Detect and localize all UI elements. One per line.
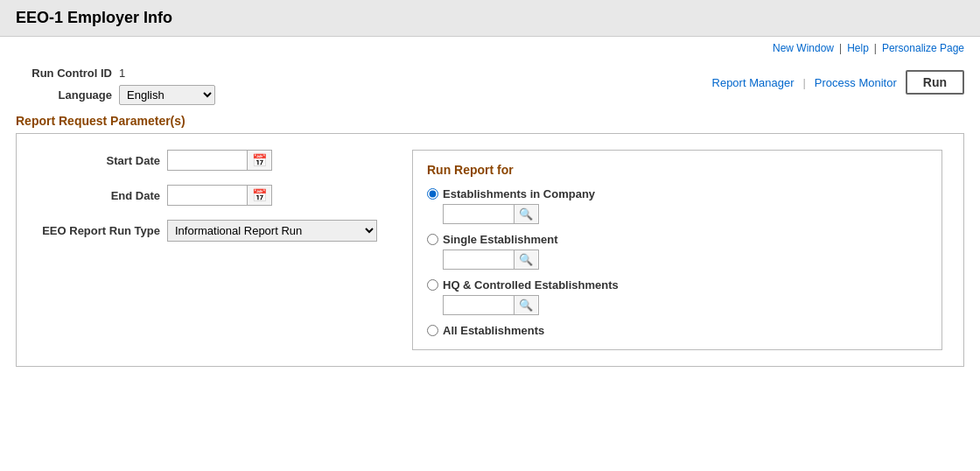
start-date-input-wrap: 📅 bbox=[167, 150, 272, 171]
run-report-for-title: Run Report for bbox=[427, 163, 928, 177]
page-title: EEO-1 Employer Info bbox=[16, 9, 964, 27]
language-label: Language bbox=[16, 88, 112, 102]
end-date-calendar-icon[interactable]: 📅 bbox=[247, 186, 271, 205]
radio-item-establishments-in-company: Establishments in Company 🔍 bbox=[427, 187, 928, 224]
run-control-left: Run Control ID 1 Language English French… bbox=[16, 67, 215, 105]
main-content: Run Control ID 1 Language English French… bbox=[0, 60, 980, 383]
end-date-label: End Date bbox=[38, 189, 160, 202]
search-input-hq-controlled[interactable] bbox=[444, 296, 514, 314]
new-window-link[interactable]: New Window bbox=[773, 42, 834, 54]
sep2: | bbox=[874, 42, 877, 54]
process-monitor-link[interactable]: Process Monitor bbox=[815, 76, 897, 89]
radio-label-establishments-in-company: Establishments in Company bbox=[443, 187, 595, 200]
radio-item-single-establishment: Single Establishment 🔍 bbox=[427, 233, 928, 270]
start-date-row: Start Date 📅 bbox=[38, 150, 377, 171]
end-date-row: End Date 📅 bbox=[38, 185, 377, 206]
radio-label-row-2: HQ & Controlled Establishments bbox=[427, 278, 928, 292]
run-button[interactable]: Run bbox=[906, 70, 964, 95]
run-control-row: Run Control ID 1 Language English French… bbox=[16, 60, 964, 109]
language-select[interactable]: English French Spanish German bbox=[119, 85, 215, 105]
params-box: Start Date 📅 End Date 📅 EEO Re bbox=[16, 133, 964, 367]
start-date-calendar-icon[interactable]: 📅 bbox=[247, 151, 271, 170]
radio-establishments-in-company[interactable] bbox=[427, 188, 438, 200]
run-report-for-section: Run Report for Establishments in Company… bbox=[412, 150, 942, 350]
radio-all-establishments[interactable] bbox=[427, 325, 438, 336]
language-row: Language English French Spanish German bbox=[16, 85, 215, 105]
section-title: Report Request Parameter(s) bbox=[16, 114, 964, 128]
radio-hq-controlled[interactable] bbox=[427, 279, 438, 291]
page-header: EEO-1 Employer Info bbox=[0, 0, 980, 37]
eeo-report-run-type-label: EEO Report Run Type bbox=[38, 224, 160, 237]
sep1: | bbox=[839, 42, 842, 54]
top-links: New Window | Help | Personalize Page bbox=[0, 37, 980, 60]
search-wrap-1: 🔍 bbox=[443, 250, 539, 270]
run-control-right: Report Manager | Process Monitor Run bbox=[712, 67, 964, 95]
start-date-input[interactable] bbox=[168, 151, 247, 170]
eeo-report-run-type-select[interactable]: Informational Report Run Type 2 Consolid… bbox=[167, 220, 377, 242]
search-icon-0[interactable]: 🔍 bbox=[514, 205, 537, 223]
search-input-establishments-in-company[interactable] bbox=[444, 205, 514, 223]
start-date-label: Start Date bbox=[38, 154, 160, 167]
search-wrap-0: 🔍 bbox=[443, 204, 539, 224]
radio-label-hq-controlled: HQ & Controlled Establishments bbox=[443, 278, 619, 292]
end-date-input-wrap: 📅 bbox=[167, 185, 272, 206]
radio-label-row-3: All Establishments bbox=[427, 324, 928, 337]
run-report-for-box: Run Report for Establishments in Company… bbox=[412, 150, 942, 350]
eeo-report-run-type-row: EEO Report Run Type Informational Report… bbox=[38, 220, 377, 242]
search-input-single-establishment[interactable] bbox=[444, 250, 514, 269]
personalize-page-link[interactable]: Personalize Page bbox=[882, 42, 964, 54]
radio-group: Establishments in Company 🔍 Singl bbox=[427, 187, 928, 337]
sep3: | bbox=[802, 76, 805, 89]
radio-label-row-0: Establishments in Company bbox=[427, 187, 928, 200]
radio-label-row-1: Single Establishment bbox=[427, 233, 928, 246]
radio-label-all-establishments: All Establishments bbox=[443, 324, 544, 337]
radio-single-establishment[interactable] bbox=[427, 234, 438, 245]
radio-item-all-establishments: All Establishments bbox=[427, 324, 928, 337]
run-control-id-label: Run Control ID bbox=[16, 67, 112, 80]
left-params: Start Date 📅 End Date 📅 EEO Re bbox=[38, 150, 377, 242]
run-control-id-row: Run Control ID 1 bbox=[16, 67, 215, 80]
params-inner: Start Date 📅 End Date 📅 EEO Re bbox=[38, 150, 942, 350]
search-icon-2[interactable]: 🔍 bbox=[514, 296, 537, 314]
radio-label-single-establishment: Single Establishment bbox=[443, 233, 557, 246]
radio-item-hq-controlled: HQ & Controlled Establishments 🔍 bbox=[427, 278, 928, 315]
run-control-id-value: 1 bbox=[119, 67, 125, 80]
search-icon-1[interactable]: 🔍 bbox=[514, 250, 537, 269]
search-wrap-2: 🔍 bbox=[443, 295, 539, 315]
report-manager-link[interactable]: Report Manager bbox=[712, 76, 794, 89]
end-date-input[interactable] bbox=[168, 186, 247, 205]
help-link[interactable]: Help bbox=[847, 42, 869, 54]
